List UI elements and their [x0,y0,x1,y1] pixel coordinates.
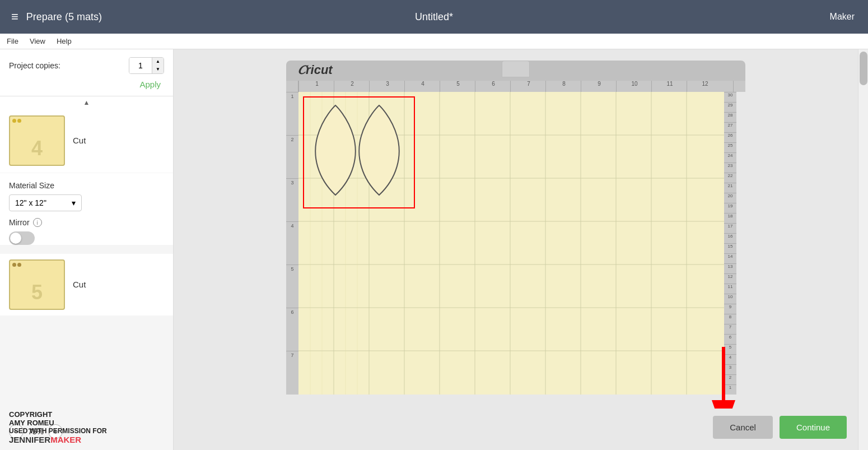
watermark-line1: COPYRIGHT [9,410,107,419]
ruler-right-24: 24 [724,152,736,163]
cancel-button[interactable]: Cancel [713,416,773,439]
ruler-corner [286,81,298,92]
ruler-left-5: 5 [286,265,298,308]
canvas-area: 𝐶ricut 1 2 3 4 5 6 7 8 9 [174,49,858,450]
mat-card-5: 5 Cut [0,254,173,316]
mat-label-4: Cut [73,136,86,145]
ruler-top-1: 1 [298,81,334,92]
menu-file[interactable]: File [7,37,18,45]
ruler-right-27: 27 [724,122,736,132]
mirror-section: Mirror i [0,211,173,245]
cricut-logo: 𝐶ricut [297,62,342,80]
mat-grid[interactable] [298,92,724,395]
document-name: Untitled* [415,11,453,23]
copies-increment[interactable]: ▲ [152,58,164,66]
ruler-top-8: 8 [545,81,581,92]
mat-label-5: Cut [73,280,86,289]
mat-dot-2 [17,119,21,123]
ruler-top-3: 3 [369,81,404,92]
ruler-right-19: 19 [724,203,736,213]
mat-card-4: 4 Cut [0,109,173,173]
mat-number-5: 5 [31,281,43,304]
teardrop-left [315,105,355,195]
ruler-top-row: 1 2 3 4 5 6 7 8 9 10 11 12 [286,81,745,92]
ruler-right-21: 21 [724,183,736,193]
material-size-select[interactable]: 12" x 12" ▾ [9,194,82,211]
ruler-right-30: 30 [724,92,736,102]
ruler-right-7: 7 [724,324,736,334]
ruler-right-9: 9 [724,304,736,314]
ruler-right-10: 10 [724,294,736,304]
copies-decrement[interactable]: ▼ [152,66,164,73]
mirror-label-text: Mirror [9,218,30,227]
mat-thumbnail-4[interactable]: 4 [9,115,65,166]
mirror-toggle[interactable] [9,231,35,245]
copies-input[interactable]: 1 [129,58,152,73]
ruler-left-2: 2 [286,135,298,178]
ruler-right-22: 22 [724,173,736,183]
menu-icon[interactable]: ≡ [11,10,18,24]
toggle-wrap [9,231,164,245]
mat-dot-5-2 [17,263,21,267]
ruler-left-6: 6 [286,308,298,351]
ruler-right-17: 17 [724,223,736,233]
mirror-info-icon[interactable]: i [33,218,42,227]
menu-help[interactable]: Help [57,37,72,45]
mat-hook [502,61,530,77]
ruler-top-12: 12 [687,81,722,92]
mat-dot-5-1 [12,263,16,267]
ruler-top-9: 9 [581,81,616,92]
project-copies-section: Project copies: 1 ▲ ▼ Apply [0,49,173,96]
ruler-right-29: 29 [724,102,736,112]
ruler-right-11: 11 [724,284,736,294]
watermark-line3: USED WITH PERMISSION FOR [9,427,107,435]
ruler-right-16: 16 [724,233,736,243]
mat-info-4: Cut [73,136,86,146]
mat-body-row: 1 2 3 4 5 6 7 [286,92,745,395]
ruler-top-11: 11 [651,81,687,92]
material-size-value: 12" x 12" [15,198,46,207]
watermark: COPYRIGHT AMY ROMEU USED WITH PERMISSION… [0,405,116,450]
material-size-label: Material Size [9,181,164,190]
teardrop-right [359,105,399,195]
ruler-right-20: 20 [724,193,736,203]
continue-button[interactable]: Continue [780,416,847,439]
cricut-logo-svg: 𝐶ricut [297,62,342,76]
right-scrollbar[interactable] [858,49,868,450]
project-copies-label: Project copies: [9,61,60,70]
mat-info-5: Cut [73,280,86,290]
apply-button[interactable]: Apply [136,78,164,90]
ruler-left-4: 4 [286,221,298,265]
ruler-top-6: 6 [475,81,510,92]
menu-view[interactable]: View [30,37,45,45]
material-size-section: Material Size 12" x 12" ▾ [0,173,173,211]
svg-text:𝐶ricut: 𝐶ricut [297,63,333,76]
mat-dot-1 [12,119,16,123]
ruler-top-4: 4 [404,81,440,92]
mat-dots-5 [12,263,21,267]
ruler-top-2: 2 [334,81,369,92]
mat-header: 𝐶ricut [286,61,745,81]
ruler-right-12: 12 [724,273,736,284]
mat-thumbnail-5[interactable]: 5 [9,259,65,310]
copies-spinners: ▲ ▼ [152,58,164,73]
copies-input-wrap: 1 ▲ ▼ [129,57,164,74]
ruler-top-10: 10 [616,81,651,92]
ruler-right-18: 18 [724,213,736,223]
ruler-left-7: 7 [286,351,298,394]
ruler-right-25: 25 [724,142,736,152]
ruler-right-28: 28 [724,112,736,122]
ruler-left: 1 2 3 4 5 6 7 [286,92,298,395]
scroll-up-button[interactable]: ▲ [0,96,173,109]
chevron-down-icon: ▾ [72,198,76,207]
sidebar: Project copies: 1 ▲ ▼ Apply ▲ [0,49,174,450]
mat-number-4: 4 [31,137,43,160]
ruler-right-23: 23 [724,163,736,173]
mat-dots-4 [12,119,21,123]
app-header: ≡ Prepare (5 mats) Untitled* Maker [0,0,868,34]
prepare-title: Prepare (5 mats) [26,11,102,23]
machine-name: Maker [830,12,855,22]
scrollbar-thumb[interactable] [860,52,867,85]
ruler-left-1: 1 [286,92,298,135]
watermark-line2: AMY ROMEU [9,419,107,427]
